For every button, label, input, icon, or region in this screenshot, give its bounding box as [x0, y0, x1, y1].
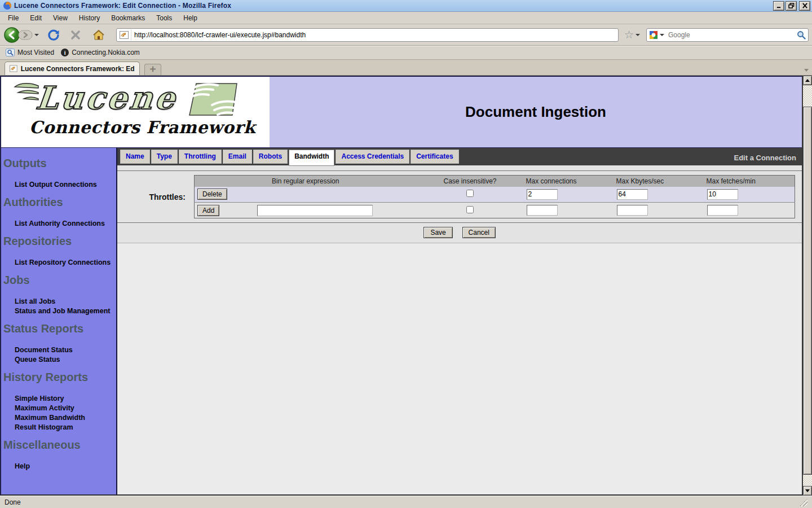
tab-type[interactable]: Type	[151, 150, 178, 164]
max-fetches-input[interactable]	[707, 189, 738, 200]
save-button[interactable]: Save	[423, 227, 453, 238]
column-header-max-kbytes: Max Kbytes/sec	[614, 176, 704, 187]
tab-access-credentials[interactable]: Access Credentials	[336, 150, 409, 164]
sidebar-header-outputs: Outputs	[3, 157, 116, 170]
restore-button[interactable]	[785, 1, 797, 11]
logo-feather-icon	[182, 80, 240, 120]
tab-name[interactable]: Name	[120, 150, 150, 164]
minimize-button[interactable]	[773, 1, 784, 11]
column-header-case-insensitive: Case insensitive?	[417, 176, 524, 187]
window-title: Lucene Connectors Framework: Edit Connec…	[14, 2, 772, 10]
tab-certificates[interactable]: Certificates	[411, 150, 458, 164]
bookmark-most-visited[interactable]: Most Visited	[3, 47, 59, 58]
bookmark-connecting-nokia[interactable]: i Connecting.Nokia.com	[59, 47, 144, 58]
sidebar-link-list-output-connections[interactable]: List Output Connections	[15, 180, 116, 189]
sidebar-link-result-histogram[interactable]: Result Histogram	[15, 423, 116, 432]
sidebar-link-maximum-activity[interactable]: Maximum Activity	[15, 404, 116, 413]
vertical-scrollbar[interactable]	[803, 76, 812, 496]
sidebar-link-list-authority-connections[interactable]: List Authority Connections	[15, 219, 116, 228]
navigation-toolbar: ☆	[0, 24, 812, 46]
close-button[interactable]	[799, 1, 810, 11]
tab-list-dropdown[interactable]	[804, 69, 809, 72]
new-max-connections-input[interactable]	[527, 205, 558, 216]
search-magnifier-icon[interactable]	[797, 30, 806, 40]
home-button[interactable]	[92, 29, 105, 41]
delete-throttle-button[interactable]: Delete	[197, 189, 227, 200]
sidebar-link-simple-history[interactable]: Simple History	[15, 394, 116, 403]
new-max-kbytes-input[interactable]	[617, 205, 648, 216]
back-history-dropdown[interactable]	[34, 34, 39, 36]
restore-icon	[788, 3, 795, 8]
max-connections-input[interactable]	[527, 189, 558, 200]
throttles-label: Throttles:	[117, 192, 194, 202]
page-favicon-icon	[117, 29, 131, 41]
max-kbytes-input[interactable]	[617, 189, 648, 200]
new-bin-regex-input[interactable]	[257, 205, 373, 216]
close-icon	[802, 3, 808, 8]
sidebar-link-help[interactable]: Help	[15, 462, 116, 471]
url-input[interactable]	[131, 31, 618, 39]
tab-throttling-link: Throttling	[184, 152, 216, 160]
menu-tools[interactable]: Tools	[151, 12, 178, 24]
menu-file[interactable]: File	[2, 12, 24, 24]
menu-bookmarks[interactable]: Bookmarks	[105, 12, 151, 24]
menu-view[interactable]: View	[47, 12, 73, 24]
home-icon	[92, 29, 105, 41]
new-tab-button[interactable]: ✛	[144, 64, 161, 75]
bookmark-dropdown[interactable]	[636, 34, 640, 36]
tab-email[interactable]: Email	[223, 150, 252, 164]
scrollbar-thumb[interactable]	[803, 107, 812, 475]
case-insensitive-checkbox[interactable]	[466, 190, 474, 197]
sidebar-link-list-repository-connections[interactable]: List Repository Connections	[15, 258, 116, 267]
sidebar-header-status-reports: Status Reports	[3, 322, 116, 335]
resize-grip[interactable]	[800, 498, 807, 506]
browser-tab[interactable]: Lucene Connectors Framework: Edit ...	[5, 62, 140, 75]
tab-name-link: Name	[126, 152, 144, 160]
tab-throttling[interactable]: Throttling	[179, 150, 222, 164]
sidebar-link-document-status[interactable]: Document Status	[15, 345, 116, 354]
menu-help[interactable]: Help	[178, 12, 203, 24]
new-max-fetches-input[interactable]	[707, 205, 738, 216]
stop-button[interactable]	[70, 29, 81, 41]
page-banner: Lucene Connectors Framework Document Ing…	[1, 77, 802, 148]
sidebar-header-repositories: Repositories	[3, 235, 116, 248]
minimize-icon	[776, 3, 782, 8]
cancel-button[interactable]: Cancel	[462, 227, 496, 238]
menu-history[interactable]: History	[73, 12, 105, 24]
reload-icon	[47, 29, 60, 41]
tab-title: Lucene Connectors Framework: Edit ...	[21, 65, 135, 73]
new-case-insensitive-checkbox[interactable]	[466, 206, 474, 213]
bookmark-star-icon[interactable]: ☆	[624, 29, 634, 40]
tab-certificates-link: Certificates	[416, 152, 453, 160]
status-bar: Done	[0, 496, 812, 508]
scroll-up-button[interactable]	[803, 76, 812, 85]
sidebar-link-maximum-bandwidth[interactable]: Maximum Bandwidth	[15, 413, 116, 422]
status-text: Done	[5, 498, 21, 506]
reload-button[interactable]	[47, 29, 60, 41]
search-input[interactable]	[666, 31, 797, 39]
url-bar	[116, 28, 619, 42]
sidebar-header-jobs: Jobs	[3, 274, 116, 287]
tab-bandwidth[interactable]: Bandwidth	[289, 150, 334, 166]
logo-word: Lucene	[34, 80, 179, 115]
search-engine-dropdown[interactable]	[660, 34, 664, 36]
scroll-up-icon	[805, 79, 810, 82]
main-panel: Name Type Throttling Email Robots Bandwi…	[117, 148, 802, 494]
menu-edit[interactable]: Edit	[24, 12, 47, 24]
firefox-icon	[3, 1, 12, 10]
scrollbar-track[interactable]	[803, 475, 812, 486]
forward-button[interactable]	[18, 29, 33, 41]
sidebar-header-history-reports: History Reports	[3, 371, 116, 384]
browser-viewport: Lucene Connectors Framework Document Ing…	[0, 76, 812, 496]
sidebar-link-status-job-management[interactable]: Status and Job Management	[15, 306, 116, 316]
add-throttle-button[interactable]: Add	[197, 205, 219, 216]
scroll-down-button[interactable]	[803, 486, 812, 496]
throttle-row: Delete	[195, 187, 795, 203]
sidebar-link-list-all-jobs[interactable]: List all Jobs	[15, 297, 116, 306]
bandwidth-form: Throttles: Bin regular expression Case i…	[117, 165, 802, 494]
tab-robots[interactable]: Robots	[253, 150, 288, 164]
sidebar-link-queue-status[interactable]: Queue Status	[15, 355, 116, 364]
scroll-down-icon	[805, 489, 810, 492]
google-engine-icon[interactable]	[649, 30, 658, 40]
tab-type-link: Type	[157, 152, 172, 160]
